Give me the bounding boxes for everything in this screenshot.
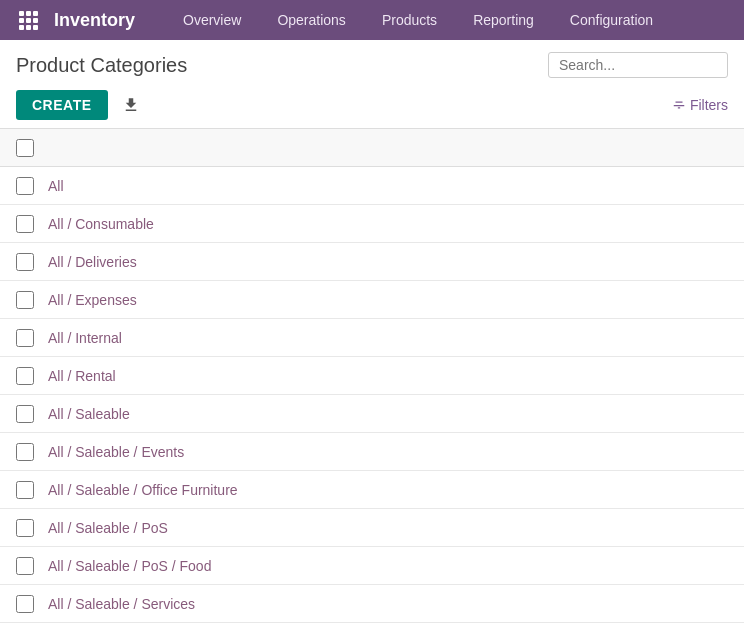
row-checkbox[interactable] [16,253,34,271]
nav-item-overview[interactable]: Overview [165,0,259,40]
app-title: Inventory [54,10,135,31]
svg-rect-7 [26,25,31,30]
row-label[interactable]: All / Saleable / Office Furniture [48,482,238,498]
toolbar-left: CREATE [16,90,146,120]
row-checkbox[interactable] [16,557,34,575]
search-input[interactable] [548,52,728,78]
list-item[interactable]: All [0,167,744,205]
row-label[interactable]: All / Rental [48,368,116,384]
nav-menu: Overview Operations Products Reporting C… [165,0,734,40]
row-checkbox[interactable] [16,481,34,499]
row-checkbox[interactable] [16,595,34,613]
list-item[interactable]: All / Saleable / Services / Saleable [0,623,744,628]
row-label[interactable]: All / Internal [48,330,122,346]
list-item[interactable]: All / Internal [0,319,744,357]
download-button[interactable] [116,92,146,118]
row-checkbox[interactable] [16,443,34,461]
grid-menu-icon[interactable] [10,2,46,38]
list-item[interactable]: All / Rental [0,357,744,395]
nav-item-products[interactable]: Products [364,0,455,40]
list-container: AllAll / ConsumableAll / DeliveriesAll /… [0,128,744,628]
page-header: Product Categories [0,40,744,86]
row-label[interactable]: All / Saleable [48,406,130,422]
select-all-checkbox[interactable] [16,139,34,157]
list-item[interactable]: All / Saleable / Office Furniture [0,471,744,509]
row-checkbox[interactable] [16,215,34,233]
row-label[interactable]: All / Saleable / Events [48,444,184,460]
nav-item-configuration[interactable]: Configuration [552,0,671,40]
svg-rect-1 [26,11,31,16]
create-button[interactable]: CREATE [16,90,108,120]
nav-item-operations[interactable]: Operations [259,0,363,40]
row-label[interactable]: All / Expenses [48,292,137,308]
list-item[interactable]: All / Saleable / Services [0,585,744,623]
svg-rect-2 [33,11,38,16]
row-checkbox[interactable] [16,329,34,347]
list-item[interactable]: All / Expenses [0,281,744,319]
row-checkbox[interactable] [16,367,34,385]
row-label[interactable]: All / Saleable / PoS [48,520,168,536]
row-label[interactable]: All / Consumable [48,216,154,232]
svg-rect-5 [33,18,38,23]
list-item[interactable]: All / Deliveries [0,243,744,281]
svg-rect-8 [33,25,38,30]
list-item[interactable]: All / Saleable [0,395,744,433]
list-item[interactable]: All / Consumable [0,205,744,243]
list-header [0,129,744,167]
filters-button[interactable]: Filters [672,97,728,113]
row-checkbox[interactable] [16,177,34,195]
svg-rect-6 [19,25,24,30]
toolbar: CREATE Filters [0,86,744,128]
page-title: Product Categories [16,54,187,77]
row-label[interactable]: All / Saleable / PoS / Food [48,558,211,574]
nav-item-reporting[interactable]: Reporting [455,0,552,40]
list-item[interactable]: All / Saleable / PoS / Food [0,547,744,585]
svg-rect-3 [19,18,24,23]
topnav: Inventory Overview Operations Products R… [0,0,744,40]
svg-rect-0 [19,11,24,16]
row-label[interactable]: All / Saleable / Services [48,596,195,612]
row-checkbox[interactable] [16,291,34,309]
row-checkbox[interactable] [16,519,34,537]
row-label[interactable]: All [48,178,64,194]
row-label[interactable]: All / Deliveries [48,254,137,270]
list-item[interactable]: All / Saleable / Events [0,433,744,471]
row-checkbox[interactable] [16,405,34,423]
filters-label: Filters [690,97,728,113]
svg-rect-4 [26,18,31,23]
list-item[interactable]: All / Saleable / PoS [0,509,744,547]
